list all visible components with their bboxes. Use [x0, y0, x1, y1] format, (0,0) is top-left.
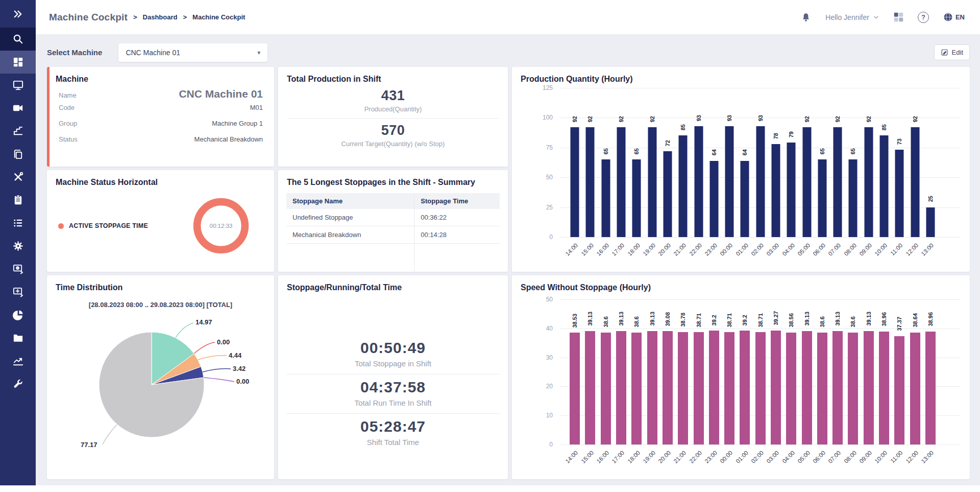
bar[interactable] — [709, 161, 718, 238]
sidebar-item-monitor[interactable] — [0, 74, 36, 97]
bar[interactable] — [585, 331, 595, 444]
sidebar-expand-button[interactable] — [0, 0, 36, 28]
bar[interactable] — [849, 159, 857, 237]
select-caret-icon: ▾ — [257, 49, 260, 56]
legend-label: ACTIVE STOPPAGE TIME — [69, 222, 148, 229]
help-icon[interactable]: ? — [918, 12, 929, 23]
sidebar-item-step-chart[interactable] — [0, 120, 36, 143]
apps-grid-icon[interactable] — [893, 12, 904, 22]
sidebar-item-clipboard[interactable] — [0, 189, 36, 212]
bar[interactable] — [895, 150, 904, 237]
bar[interactable] — [832, 331, 843, 444]
sidebar-item-monitor-add[interactable] — [0, 280, 36, 303]
bar[interactable] — [802, 331, 812, 444]
bar-value-label: 64 — [711, 149, 717, 155]
user-menu[interactable]: Hello Jennifer — [825, 13, 879, 21]
bar[interactable] — [709, 331, 719, 444]
chevron-double-right-icon — [12, 8, 24, 20]
bar-value-label: 37.37 — [896, 317, 902, 331]
sidebar-item-tools[interactable] — [0, 166, 36, 189]
bar[interactable] — [864, 331, 874, 444]
bottom-scrollbar-track[interactable] — [0, 485, 980, 492]
breadcrumb-dashboard[interactable]: Dashboard — [143, 13, 178, 21]
y-tick-label: 0 — [520, 441, 553, 448]
bar[interactable] — [663, 151, 672, 237]
bar[interactable] — [632, 159, 641, 237]
bar[interactable] — [741, 161, 749, 238]
bar[interactable] — [724, 332, 734, 444]
pie-leader-line — [103, 425, 117, 444]
bar[interactable] — [834, 127, 842, 237]
x-axis-label: 10:00 — [874, 450, 889, 464]
bar[interactable] — [864, 127, 873, 237]
bar[interactable] — [647, 331, 657, 444]
bar[interactable] — [786, 333, 796, 444]
notification-bell-icon[interactable] — [800, 12, 812, 23]
sidebar-item-search[interactable] — [0, 28, 36, 51]
sidebar-item-pie-chart[interactable] — [0, 303, 36, 326]
bar[interactable] — [694, 332, 704, 444]
x-axis-label: 19:00 — [642, 242, 656, 257]
bar[interactable] — [848, 333, 858, 444]
bar[interactable] — [570, 333, 580, 444]
bar[interactable] — [818, 159, 826, 237]
sidebar-item-list[interactable] — [0, 212, 36, 235]
bar-value-label: 39.13 — [649, 312, 655, 326]
bar[interactable] — [879, 332, 889, 444]
bar[interactable] — [910, 333, 920, 444]
bar[interactable] — [601, 159, 610, 237]
x-axis-label: 08:00 — [843, 450, 857, 464]
bar[interactable] — [740, 331, 750, 444]
bar[interactable] — [648, 127, 656, 237]
sidebar-item-settings[interactable] — [0, 235, 36, 257]
bar[interactable] — [617, 127, 626, 237]
total-run-time-label: Total Run Time In Shift — [286, 399, 500, 407]
table-row[interactable]: Mechanical Breakdown 00:14:28 — [286, 226, 500, 244]
sidebar-item-trend-chart[interactable] — [0, 349, 36, 372]
bar[interactable] — [631, 333, 642, 444]
bar[interactable] — [911, 127, 919, 237]
breadcrumb-machine-cockpit[interactable]: Machine Cockpit — [192, 13, 245, 21]
bar-slot: 38.7821:00 — [675, 299, 691, 444]
bar[interactable] — [925, 332, 936, 444]
total-production-title: Total Production in Shift — [278, 67, 508, 84]
bar[interactable] — [926, 207, 935, 237]
bar[interactable] — [802, 127, 811, 237]
edit-button[interactable]: Edit — [934, 44, 970, 60]
table-row[interactable]: Undefined Stoppage 00:36:22 — [286, 209, 500, 226]
produced-quantity-value: 431 — [381, 88, 405, 104]
bar[interactable] — [880, 135, 889, 237]
bar[interactable] — [616, 331, 626, 444]
machine-status-title: Machine Status Horizontal — [47, 170, 274, 187]
bar[interactable] — [787, 143, 796, 237]
bar-slot: 39.223:00 — [706, 299, 722, 444]
x-axis-label: 07:00 — [827, 242, 842, 257]
language-selector[interactable]: EN — [943, 12, 965, 22]
bar[interactable] — [694, 126, 703, 237]
bar[interactable] — [678, 332, 688, 444]
bar[interactable] — [755, 332, 766, 444]
bar[interactable] — [679, 135, 688, 237]
bar[interactable] — [894, 336, 904, 444]
bar[interactable] — [663, 331, 673, 444]
copy-icon — [12, 148, 24, 160]
sidebar-item-copy[interactable] — [0, 143, 36, 166]
bar[interactable] — [571, 127, 579, 237]
bar-slot: 38.616:00 — [598, 299, 614, 444]
bar[interactable] — [756, 126, 765, 237]
bar[interactable] — [772, 144, 780, 237]
bar[interactable] — [771, 331, 781, 444]
bar-value-label: 38.6 — [603, 316, 609, 327]
bar[interactable] — [586, 127, 595, 237]
bar[interactable] — [725, 126, 734, 237]
sidebar-item-video[interactable] — [0, 97, 36, 120]
bar-slot: 9209:00 — [861, 88, 876, 237]
sidebar-item-folder[interactable] — [0, 326, 36, 349]
production-quantity-title: Production Quantity (Hourly) — [512, 67, 970, 84]
sidebar-item-dashboard[interactable] — [0, 51, 36, 74]
sidebar-item-monitor-settings[interactable] — [0, 257, 36, 280]
sidebar-item-wrench[interactable] — [0, 372, 36, 395]
machine-select[interactable]: CNC Machine 01 ▾ — [118, 43, 267, 62]
bar[interactable] — [817, 333, 827, 444]
bar[interactable] — [601, 333, 611, 444]
